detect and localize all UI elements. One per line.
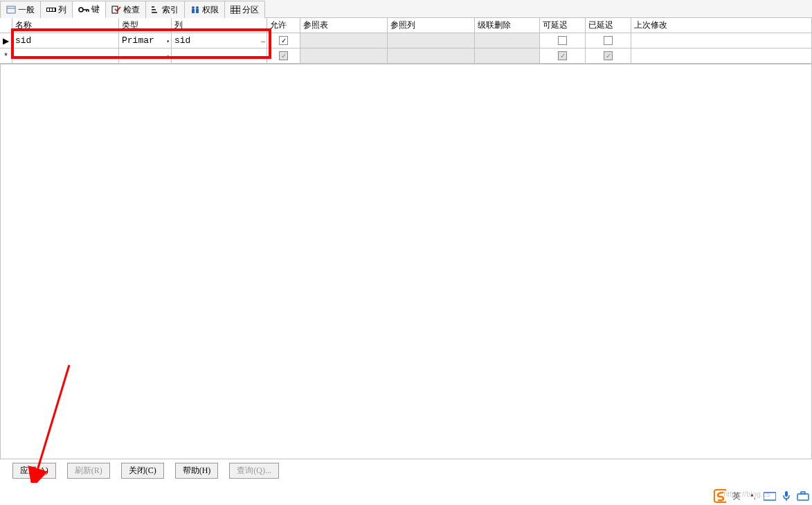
- keyboard-icon[interactable]: [764, 490, 776, 502]
- cell-name[interactable]: [12, 48, 119, 63]
- main-area: [0, 64, 812, 459]
- svg-rect-4: [50, 8, 52, 11]
- svg-rect-30: [797, 494, 809, 500]
- bottom-bar: 应用(A) 刷新(R) 关闭(C) 帮助(H) 查询(Q)...: [0, 459, 812, 482]
- chevron-down-icon[interactable]: ▾: [166, 53, 170, 59]
- help-button[interactable]: 帮助(H): [175, 463, 219, 479]
- microphone-icon[interactable]: [780, 490, 793, 502]
- cell-deferred[interactable]: ✓: [586, 48, 631, 63]
- cell-name[interactable]: [12, 33, 119, 48]
- general-icon: [6, 6, 16, 14]
- svg-rect-15: [192, 9, 195, 13]
- header-reftab[interactable]: 参照表: [300, 18, 388, 33]
- table-row[interactable]: ▶ Primar ▾ sid … ✓: [0, 33, 812, 48]
- cell-refcol: [388, 33, 475, 48]
- svg-rect-31: [801, 492, 805, 494]
- tab-keys[interactable]: 键: [72, 1, 106, 18]
- cell-lastmod: [631, 48, 812, 63]
- close-button[interactable]: 关闭(C): [121, 463, 164, 479]
- header-col[interactable]: 列: [172, 18, 267, 33]
- ime-punct-icon[interactable]: •,: [747, 490, 759, 502]
- checkbox-unchecked[interactable]: [558, 36, 567, 45]
- ime-lang-icon[interactable]: 英: [730, 490, 743, 502]
- checkbox-unchecked[interactable]: [604, 36, 613, 45]
- cell-defer[interactable]: [540, 33, 586, 48]
- cell-allow[interactable]: ✓: [267, 48, 300, 63]
- tab-general[interactable]: 一般: [0, 1, 41, 18]
- checkbox-checked[interactable]: ✓: [279, 36, 288, 45]
- header-lastmod[interactable]: 上次修改: [631, 18, 812, 33]
- tab-permissions[interactable]: 权限: [184, 1, 225, 18]
- tab-label: 键: [91, 3, 100, 15]
- index-icon: [152, 6, 160, 14]
- svg-point-16: [196, 6, 199, 9]
- checkbox-checked-disabled[interactable]: ✓: [604, 51, 613, 60]
- cell-cascade: [475, 48, 540, 63]
- row-marker-new: *: [0, 48, 12, 63]
- row-marker-current: ▶: [0, 33, 12, 48]
- cell-type[interactable]: ▾: [119, 48, 172, 63]
- table-header: 名称 类型 列 允许 参照表 参照列 级联删除 可延迟 已延迟 上次修改: [0, 18, 812, 33]
- chevron-down-icon[interactable]: ▾: [166, 37, 170, 44]
- header-type[interactable]: 类型: [119, 18, 172, 33]
- cell-lastmod: [631, 33, 812, 48]
- cell-refcol: [388, 48, 475, 63]
- svg-rect-25: [764, 493, 776, 500]
- ime-status-bar: 英 •,: [714, 490, 809, 502]
- tab-label: 一般: [18, 4, 35, 16]
- tab-label: 列: [58, 4, 66, 16]
- table-row[interactable]: * ▾ ✓ ✓ ✓: [0, 48, 812, 64]
- ellipsis-icon[interactable]: …: [261, 37, 265, 44]
- sogou-logo-icon[interactable]: [714, 490, 726, 502]
- query-button[interactable]: 查询(Q)...: [229, 463, 279, 479]
- check-icon: [111, 6, 121, 14]
- tab-label: 检查: [123, 4, 140, 16]
- tab-bar: 一般 列 键 检查 索引 权限 分区: [0, 0, 812, 18]
- header-marker: [0, 18, 12, 33]
- tab-label: 索引: [162, 4, 179, 16]
- tab-partitions[interactable]: 分区: [224, 1, 265, 18]
- column-value: sid: [174, 35, 190, 46]
- refresh-button[interactable]: 刷新(R): [67, 463, 110, 479]
- columns-icon: [46, 6, 56, 13]
- tab-indexes[interactable]: 索引: [145, 1, 185, 18]
- cell-column[interactable]: [172, 48, 267, 63]
- type-value: Primar: [122, 35, 154, 46]
- partition-icon: [231, 6, 240, 14]
- checkbox-checked-disabled[interactable]: ✓: [558, 51, 567, 60]
- cell-deferred[interactable]: [586, 33, 631, 48]
- toolbox-icon[interactable]: [797, 490, 809, 502]
- name-input[interactable]: [15, 35, 116, 46]
- header-defer[interactable]: 可延迟: [540, 18, 586, 33]
- permissions-icon: [190, 6, 200, 14]
- svg-rect-17: [196, 9, 199, 13]
- cell-cascade: [475, 33, 540, 48]
- cell-column[interactable]: sid …: [172, 33, 267, 48]
- svg-rect-0: [7, 6, 15, 13]
- svg-point-6: [79, 8, 83, 12]
- tab-columns[interactable]: 列: [40, 1, 73, 18]
- cell-reftab: [300, 48, 388, 63]
- apply-button[interactable]: 应用(A): [12, 463, 56, 479]
- header-name[interactable]: 名称: [12, 18, 119, 33]
- svg-point-14: [192, 6, 195, 9]
- svg-rect-5: [53, 8, 55, 11]
- keys-table: 名称 类型 列 允许 参照表 参照列 级联删除 可延迟 已延迟 上次修改 ▶ P…: [0, 18, 812, 64]
- svg-rect-18: [231, 6, 240, 14]
- key-icon: [78, 6, 89, 13]
- header-refcol[interactable]: 参照列: [388, 18, 475, 33]
- header-allow[interactable]: 允许: [267, 18, 300, 33]
- header-cascade[interactable]: 级联删除: [475, 18, 540, 33]
- svg-rect-28: [785, 491, 788, 497]
- tab-label: 权限: [202, 4, 219, 16]
- checkbox-checked-disabled[interactable]: ✓: [279, 51, 288, 60]
- tab-label: 分区: [242, 4, 259, 16]
- tab-checks[interactable]: 检查: [105, 1, 146, 18]
- cell-defer[interactable]: ✓: [540, 48, 586, 63]
- cell-reftab: [300, 33, 388, 48]
- cell-allow[interactable]: ✓: [267, 33, 300, 48]
- svg-rect-3: [47, 8, 49, 11]
- header-deferred[interactable]: 已延迟: [586, 18, 631, 33]
- cell-type[interactable]: Primar ▾: [119, 33, 172, 48]
